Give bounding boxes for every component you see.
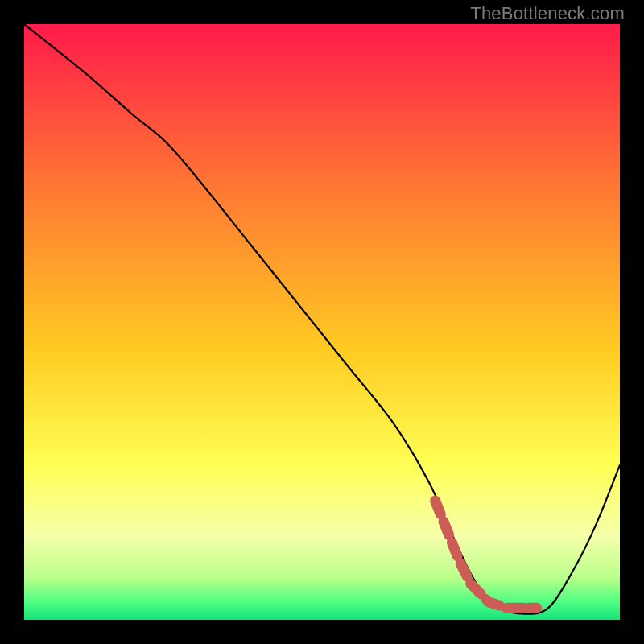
plot-area xyxy=(24,24,620,620)
gradient-background xyxy=(24,24,620,620)
svg-point-2 xyxy=(531,603,542,613)
chart-svg xyxy=(24,24,620,620)
svg-point-1 xyxy=(519,603,530,613)
svg-point-0 xyxy=(502,603,512,613)
chart-wrapper: TheBottleneck.com xyxy=(0,0,644,644)
attribution-label: TheBottleneck.com xyxy=(470,3,625,24)
